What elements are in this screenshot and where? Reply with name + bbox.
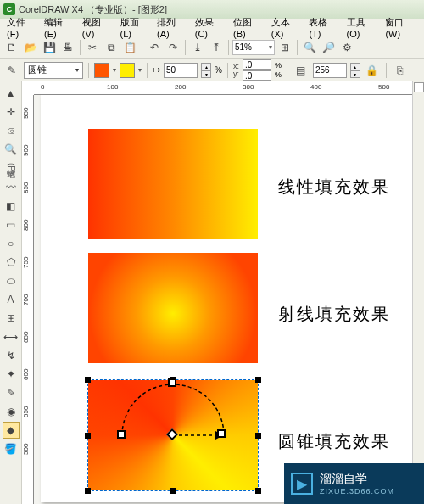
zoom-out-icon[interactable]: 🔎 — [320, 39, 337, 56]
selection-handle[interactable] — [85, 377, 91, 383]
conical-fill-rect[interactable] — [88, 380, 258, 490]
linear-fill-rect[interactable] — [88, 129, 258, 239]
save-button[interactable]: 💾 — [41, 39, 58, 56]
color-to-swatch[interactable] — [120, 63, 135, 78]
crop-tool[interactable]: ⟃ — [3, 122, 20, 139]
spin-down[interactable]: ▾ — [201, 70, 211, 78]
basic-shapes-tool[interactable]: ⬭ — [3, 272, 20, 289]
copy-props-button[interactable]: ⎘ — [392, 62, 409, 79]
canvas[interactable]: 线性填充效果 射线填充效果 圆锥填充效果 — [34, 95, 424, 504]
radial-label: 射线填充效果 — [278, 303, 390, 326]
new-button[interactable]: 🗋 — [3, 39, 20, 56]
smart-fill-tool[interactable]: ◧ — [3, 198, 20, 215]
percent-label: % — [215, 65, 222, 75]
selection-handle[interactable] — [85, 488, 91, 494]
menu-effects[interactable]: 效果(C) — [192, 14, 228, 41]
selection-handle[interactable] — [255, 377, 261, 383]
connector-tool[interactable]: ↯ — [3, 347, 20, 364]
color-palette[interactable] — [412, 81, 424, 463]
polygon-tool[interactable]: ⬠ — [3, 254, 20, 271]
outline-tool[interactable]: ◉ — [3, 403, 20, 420]
options-button[interactable]: ⚙ — [338, 39, 355, 56]
menu-table[interactable]: 表格(T) — [305, 14, 341, 41]
pct-label: % — [275, 70, 282, 79]
export-button[interactable]: ⤒ — [208, 39, 225, 56]
text-tool[interactable]: A — [3, 291, 20, 308]
linear-label: 线性填充效果 — [278, 176, 390, 199]
freehand-tool[interactable]: 〰 — [3, 179, 20, 196]
property-bar: ✎ 圆锥 ▾ ▾ ↦ 50 ▴▾ % x:y: .0 .0 %% ▤ 256 ▴… — [0, 58, 424, 81]
xy-label: x:y: — [233, 63, 239, 78]
watermark-brand: 溜溜自学 — [320, 472, 394, 487]
color-from-swatch[interactable] — [94, 63, 109, 78]
workspace: ▲ ✛ ⟃ 🔍 钢笔(P) 〰 ◧ ▭ ○ ⬠ ⬭ A ⊞ ⟷ ↯ ✦ ✎ ◉ … — [0, 81, 424, 504]
edit-fill-button[interactable]: ✎ — [3, 62, 20, 79]
lock-icon[interactable]: 🔒 — [364, 62, 381, 79]
edge-y-spinner[interactable]: .0 — [243, 70, 271, 81]
menu-arrange[interactable]: 排列(A) — [153, 14, 190, 41]
interactive-fill-tool[interactable]: 🪣 — [3, 440, 20, 457]
open-button[interactable]: 📂 — [22, 39, 39, 56]
ruler-horizontal[interactable]: 0 100 200 300 400 500 — [34, 81, 424, 95]
page: 线性填充效果 射线填充效果 圆锥填充效果 — [41, 95, 414, 502]
ruler-vertical[interactable]: 950 900 850 800 750 700 650 600 550 500 — [22, 95, 34, 504]
steps-spinner[interactable]: 256 — [313, 63, 347, 78]
menu-window[interactable]: 窗口(W) — [382, 14, 421, 41]
menu-bitmap[interactable]: 位图(B) — [230, 14, 266, 41]
midpoint-spinner[interactable]: 50 — [164, 63, 198, 78]
menu-text[interactable]: 文本(X) — [268, 14, 304, 41]
shape-tool[interactable]: ✛ — [3, 104, 20, 120]
undo-button[interactable]: ↶ — [146, 39, 163, 56]
spin-down[interactable]: ▾ — [350, 70, 360, 78]
radial-fill-rect[interactable] — [88, 253, 258, 363]
menu-view[interactable]: 视图(V) — [79, 14, 115, 41]
selection-handle[interactable] — [255, 488, 261, 494]
swatch-dropdown-icon[interactable]: ▾ — [113, 66, 116, 74]
cut-button[interactable]: ✂ — [84, 39, 101, 56]
palette-swatch[interactable] — [414, 82, 424, 92]
swatch-dropdown-icon[interactable]: ▾ — [138, 66, 142, 74]
midpoint-arrow-icon: ↦ — [153, 64, 160, 76]
menu-edit[interactable]: 编辑(E) — [41, 14, 77, 41]
menu-tools[interactable]: 工具(O) — [343, 14, 381, 41]
selection-handle[interactable] — [170, 377, 176, 383]
zoom-tool[interactable]: 🔍 — [3, 141, 20, 158]
steps-icon: ▤ — [293, 62, 310, 79]
ellipse-tool[interactable]: ○ — [3, 235, 20, 252]
pick-tool[interactable]: ▲ — [3, 85, 20, 102]
menu-layout[interactable]: 版面(L) — [117, 14, 153, 41]
watermark: ▶ 溜溜自学 ZIXUE.3D66.COM — [284, 463, 424, 504]
copy-button[interactable]: ⧉ — [103, 39, 120, 56]
selection-handle[interactable] — [85, 433, 91, 439]
play-icon: ▶ — [291, 473, 313, 495]
dimension-tool[interactable]: ⟷ — [3, 328, 20, 345]
interactive-tool[interactable]: ✦ — [3, 366, 20, 383]
pct-label: % — [275, 61, 282, 70]
conical-label: 圆锥填充效果 — [278, 430, 390, 453]
import-button[interactable]: ⤓ — [189, 39, 206, 56]
spin-up[interactable]: ▴ — [201, 63, 211, 70]
selection-handle[interactable] — [255, 433, 261, 439]
paste-button[interactable]: 📋 — [121, 39, 138, 56]
watermark-url: ZIXUE.3D66.COM — [320, 487, 394, 496]
rectangle-tool[interactable]: ▭ — [3, 216, 20, 233]
menu-file[interactable]: 文件(F) — [3, 14, 39, 41]
zoom-dropdown[interactable]: 51% — [232, 40, 275, 55]
pen-flyout-label: 钢笔(P) — [5, 163, 17, 174]
zoom-in-icon[interactable]: 🔍 — [301, 39, 318, 56]
table-tool[interactable]: ⊞ — [3, 310, 20, 327]
redo-button[interactable]: ↷ — [165, 39, 181, 56]
menubar: 文件(F) 编辑(E) 视图(V) 版面(L) 排列(A) 效果(C) 位图(B… — [0, 19, 424, 36]
selection-handle[interactable] — [170, 488, 176, 494]
spin-up[interactable]: ▴ — [350, 63, 360, 70]
fill-type-dropdown[interactable]: 圆锥 — [24, 62, 83, 79]
fill-tool[interactable]: ◆ — [3, 422, 20, 439]
edge-x-spinner[interactable]: .0 — [243, 59, 271, 70]
eyedropper-tool[interactable]: ✎ — [3, 384, 20, 401]
toolbox: ▲ ✛ ⟃ 🔍 钢笔(P) 〰 ◧ ▭ ○ ⬠ ⬭ A ⊞ ⟷ ↯ ✦ ✎ ◉ … — [0, 81, 22, 504]
snap-button[interactable]: ⊞ — [276, 39, 293, 56]
print-button[interactable]: 🖶 — [59, 39, 76, 56]
